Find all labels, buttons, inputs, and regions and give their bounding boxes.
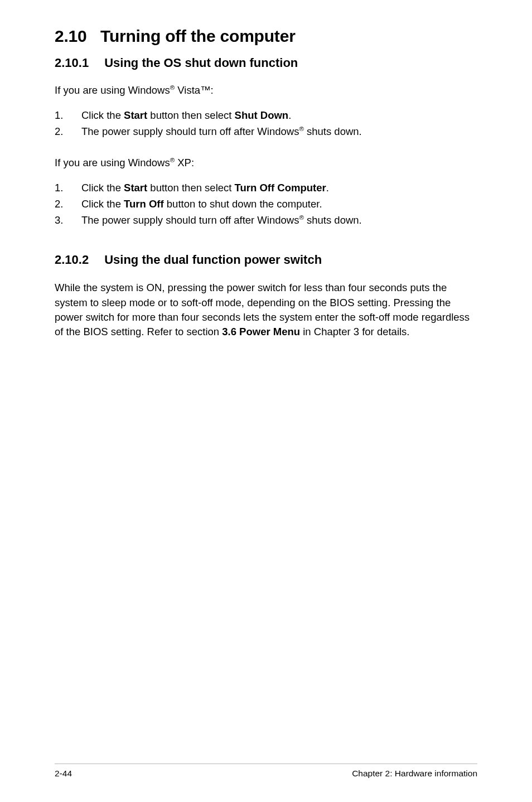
vista-intro: If you are using Windows® Vista™: bbox=[55, 84, 477, 98]
registered-icon: ® bbox=[170, 84, 175, 91]
step-bold: Start bbox=[124, 182, 147, 194]
registered-icon: ® bbox=[170, 157, 175, 163]
step-text: The power supply should turn off after W… bbox=[81, 125, 299, 137]
vista-steps-list: 1. Click the Start button then select Sh… bbox=[55, 108, 477, 139]
step-text: The power supply should turn off after W… bbox=[81, 214, 299, 226]
step-text: button then select bbox=[147, 109, 234, 121]
subsection-2-paragraph: While the system is ON, pressing the pow… bbox=[55, 281, 477, 339]
step-text: Click the bbox=[81, 109, 124, 121]
step-bold: Turn Off bbox=[124, 198, 164, 210]
step-text: shuts down. bbox=[304, 214, 362, 226]
step-bold: Turn Off Computer bbox=[235, 182, 326, 194]
step-text: . bbox=[326, 182, 329, 194]
list-number: 1. bbox=[55, 180, 63, 196]
list-number: 2. bbox=[55, 124, 63, 140]
subsection-2-heading: 2.10.2Using the dual function power swit… bbox=[55, 253, 477, 267]
subsection-2-title: Using the dual function power switch bbox=[104, 253, 322, 267]
list-item: 1. Click the Start button then select Sh… bbox=[55, 108, 477, 124]
step-text: button then select bbox=[147, 182, 234, 194]
list-number: 1. bbox=[55, 108, 63, 124]
list-number: 2. bbox=[55, 196, 63, 212]
section-number: 2.10 bbox=[55, 27, 87, 45]
list-number: 3. bbox=[55, 212, 63, 229]
step-bold: Start bbox=[124, 109, 147, 121]
para-bold: 3.6 Power Menu bbox=[222, 326, 300, 337]
footer-divider bbox=[55, 764, 477, 764]
list-item: 1. Click the Start button then select Tu… bbox=[55, 180, 477, 196]
step-text: Click the bbox=[81, 198, 124, 210]
list-item: 2. Click the Turn Off button to shut dow… bbox=[55, 196, 477, 212]
step-bold: Shut Down bbox=[235, 109, 289, 121]
list-item: 2. The power supply should turn off afte… bbox=[55, 124, 477, 140]
xp-intro-after: XP: bbox=[175, 157, 194, 168]
list-item: 3. The power supply should turn off afte… bbox=[55, 212, 477, 229]
chapter-label: Chapter 2: Hardware information bbox=[352, 769, 477, 779]
subsection-2-number: 2.10.2 bbox=[55, 253, 89, 267]
para-text: in Chapter 3 for details. bbox=[300, 326, 409, 337]
xp-steps-list: 1. Click the Start button then select Tu… bbox=[55, 180, 477, 228]
registered-icon: ® bbox=[299, 214, 303, 220]
subsection-1-number: 2.10.1 bbox=[55, 56, 89, 70]
page-footer: 2-44 Chapter 2: Hardware information bbox=[55, 764, 477, 779]
xp-intro-before: If you are using Windows bbox=[55, 157, 170, 168]
section-heading: 2.10 Turning off the computer bbox=[55, 27, 477, 46]
xp-intro: If you are using Windows® XP: bbox=[55, 156, 477, 170]
step-text: button to shut down the computer. bbox=[164, 198, 322, 210]
subsection-1-heading: 2.10.1Using the OS shut down function bbox=[55, 56, 477, 70]
section-title-text: Turning off the computer bbox=[100, 27, 296, 45]
step-text: . bbox=[288, 109, 291, 121]
registered-icon: ® bbox=[299, 125, 303, 132]
step-text: Click the bbox=[81, 182, 124, 194]
step-text: shuts down. bbox=[304, 125, 362, 137]
subsection-1-title: Using the OS shut down function bbox=[104, 56, 298, 70]
vista-intro-before: If you are using Windows bbox=[55, 84, 170, 96]
page-number: 2-44 bbox=[55, 769, 72, 779]
footer-row: 2-44 Chapter 2: Hardware information bbox=[55, 769, 477, 779]
page-content: 2.10 Turning off the computer 2.10.1Usin… bbox=[55, 27, 477, 339]
vista-intro-after: Vista™: bbox=[175, 84, 214, 96]
